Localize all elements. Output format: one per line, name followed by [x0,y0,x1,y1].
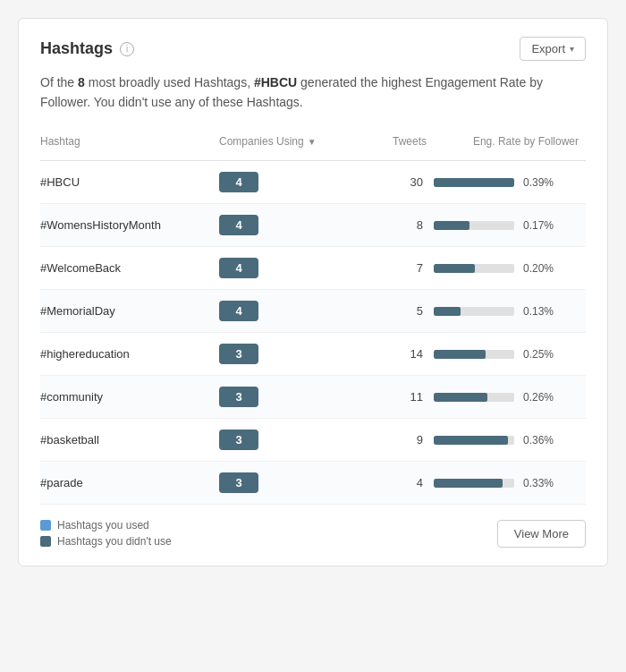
cell-companies: 4 [219,249,362,287]
bar-background [434,264,514,273]
card-footer: Hashtags you used Hashtags you didn't us… [40,519,586,548]
bar-fill [434,393,487,402]
th-tweets: Tweets [362,130,434,153]
cell-tweets: 30 [362,166,434,198]
cell-eng-rate: 0.36% [434,425,586,455]
rate-value: 0.33% [521,477,554,489]
th-companies-label: Companies Using [219,135,304,148]
bar-background [434,436,514,445]
rate-value: 0.17% [521,219,554,232]
companies-badge: 4 [219,301,258,321]
export-label: Export [531,42,565,55]
legend-used-label: Hashtags you used [57,519,149,532]
bar-background [434,479,514,488]
cell-companies: 3 [219,464,362,502]
cell-tweets: 5 [362,295,434,327]
companies-badge: 3 [219,430,258,450]
bar-fill [434,307,461,316]
bar-background [434,350,514,359]
legend: Hashtags you used Hashtags you didn't us… [40,519,172,548]
info-icon[interactable]: i [120,42,134,56]
cell-eng-rate: 0.39% [434,167,586,198]
companies-badge: 4 [219,172,258,192]
rate-value: 0.39% [521,176,554,189]
rate-value: 0.25% [521,348,554,361]
cell-companies: 4 [219,163,362,201]
companies-badge: 3 [219,344,258,364]
cell-tweets: 9 [362,424,434,455]
bar-fill [434,436,508,445]
cell-tweets: 11 [362,381,434,413]
bar-background [434,221,514,230]
cell-hashtag: #WelcomeBack [40,252,219,284]
cell-companies: 3 [219,335,362,373]
cell-companies: 4 [219,206,362,244]
cell-companies: 4 [219,292,362,330]
bar-fill [434,479,503,488]
table-row: #MemorialDay 4 5 0.13% [40,290,586,333]
companies-badge: 3 [219,472,258,493]
title-row: Hashtags i [40,39,134,58]
bar-fill [434,264,475,273]
companies-badge: 3 [219,387,258,407]
rate-value: 0.26% [521,391,554,404]
rate-value: 0.13% [521,305,554,318]
view-more-label: View More [514,527,569,540]
cell-hashtag: #HBCU [40,166,219,198]
table-header: Hashtag Companies Using ▼ Tweets Eng. Ra… [40,130,586,161]
sort-arrow-icon[interactable]: ▼ [308,137,317,147]
cell-companies: 3 [219,421,362,459]
cell-hashtag: #basketball [40,424,219,455]
card-header: Hashtags i Export ▾ [40,37,586,61]
cell-eng-rate: 0.20% [434,253,586,284]
table-body: #HBCU 4 30 0.39% #WomensHistoryMonth 4 8 [40,161,586,505]
cell-tweets: 14 [362,338,434,370]
bar-background [434,178,514,187]
cell-eng-rate: 0.13% [434,296,586,327]
cell-hashtag: #parade [40,467,219,498]
legend-dot-not-used [40,536,51,547]
view-more-button[interactable]: View More [497,520,586,548]
cell-hashtag: #WomensHistoryMonth [40,209,219,241]
summary-count: 8 [78,75,85,89]
cell-tweets: 7 [362,252,434,284]
th-companies: Companies Using ▼ [219,130,362,153]
summary-highlight: #HBCU [254,75,297,89]
th-hashtag: Hashtag [40,130,219,153]
legend-not-used-label: Hashtags you didn't use [57,535,172,548]
summary-text: Of the 8 most broadly used Hashtags, #HB… [40,73,559,112]
bar-background [434,307,514,316]
bar-fill [434,178,514,187]
table-row: #highereducation 3 14 0.25% [40,333,586,376]
table-row: #parade 3 4 0.33% [40,462,586,505]
cell-tweets: 4 [362,467,434,498]
cell-hashtag: #community [40,381,219,413]
rate-value: 0.36% [521,434,554,447]
bar-fill [434,350,486,359]
hashtags-card: Hashtags i Export ▾ Of the 8 most broadl… [18,18,608,566]
cell-eng-rate: 0.26% [434,382,586,413]
table-row: #WelcomeBack 4 7 0.20% [40,247,586,290]
rate-value: 0.20% [521,262,554,275]
bar-background [434,393,514,402]
cell-eng-rate: 0.33% [434,468,586,498]
legend-dot-used [40,520,51,531]
table-row: #basketball 3 9 0.36% [40,419,586,462]
bar-fill [434,221,470,230]
legend-not-used: Hashtags you didn't use [40,535,172,548]
companies-badge: 4 [219,215,258,235]
chevron-down-icon: ▾ [570,44,574,54]
legend-used: Hashtags you used [40,519,172,532]
cell-hashtag: #highereducation [40,338,219,370]
cell-eng-rate: 0.17% [434,210,586,241]
hashtags-table: Hashtag Companies Using ▼ Tweets Eng. Ra… [40,130,586,505]
cell-hashtag: #MemorialDay [40,295,219,327]
cell-eng-rate: 0.25% [434,339,586,370]
export-button[interactable]: Export ▾ [520,37,586,61]
companies-badge: 4 [219,258,258,278]
cell-tweets: 8 [362,209,434,241]
th-eng-rate: Eng. Rate by Follower [434,130,586,153]
table-row: #WomensHistoryMonth 4 8 0.17% [40,204,586,247]
cell-companies: 3 [219,378,362,416]
table-row: #HBCU 4 30 0.39% [40,161,586,204]
